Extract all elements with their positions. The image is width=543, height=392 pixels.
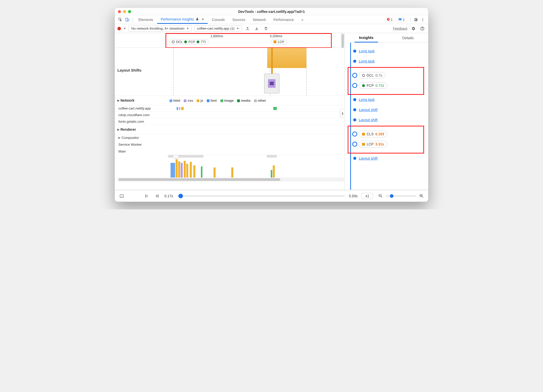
inspect-icon[interactable] [117, 16, 123, 23]
network-row[interactable]: cdnjs.cloudflare.com [115, 112, 344, 118]
insight-fcp[interactable]: FCP 0.72s [349, 82, 426, 89]
shift-spike[interactable] [271, 48, 273, 76]
tab-performance-insights[interactable]: Performance insights ✕ [157, 15, 208, 24]
lcp-pill[interactable]: LCP 3.31s [359, 141, 387, 147]
fcp-label: FCP [189, 40, 195, 44]
insights-timeline[interactable]: Long task Long task DCL 0.7s [345, 43, 428, 190]
help-icon[interactable] [419, 25, 426, 32]
layout-shift-link[interactable]: Layout shift [359, 108, 378, 112]
layout-shift-link[interactable]: Layout shift [359, 156, 378, 160]
kebab-icon[interactable] [420, 16, 426, 23]
marker-line [173, 48, 174, 96]
insight-dcl[interactable]: DCL 0.7s [349, 72, 426, 79]
tab-network[interactable]: Network [249, 15, 269, 24]
timeline-marker-icon [352, 142, 357, 147]
playback-slider[interactable] [177, 195, 345, 197]
error-icon [387, 18, 390, 22]
layout-shifts-label: Layout Shifts [117, 68, 141, 72]
zoom-controls [377, 193, 425, 199]
lcp-value: 3.31s [375, 142, 384, 146]
slider-knob-icon[interactable] [178, 194, 183, 198]
compositor-row[interactable]: ▶ Compositor [115, 134, 344, 141]
shift-thumbnail[interactable] [264, 74, 279, 93]
insight-long-task[interactable]: Long task [349, 57, 426, 65]
service-worker-row[interactable]: Service Worker [115, 141, 344, 148]
main-label: Main [118, 149, 126, 153]
tab-performance[interactable]: Performance [270, 15, 297, 24]
insight-layout-shift[interactable]: Layout shift [349, 116, 426, 124]
throttling-select[interactable]: No network throttling, 4× slowdown ▼ [129, 25, 192, 32]
long-task-link[interactable]: Long task [359, 49, 375, 53]
error-badge[interactable]: 1 [385, 17, 395, 22]
info-badge[interactable]: 1 [396, 17, 407, 22]
device-toolbar-icon[interactable] [124, 16, 131, 23]
overflow-indicator[interactable]: ... [173, 155, 179, 159]
fcp-icon [362, 84, 365, 87]
cls-pill[interactable]: CLS 0.193 [359, 131, 387, 137]
error-count: 1 [391, 18, 393, 21]
playback-speed[interactable]: x1 [362, 193, 373, 199]
expand-right-pane-icon[interactable]: ❯ [340, 109, 345, 118]
record-menu[interactable]: ▼ [123, 27, 126, 30]
pill-dcl-fcp-tti[interactable]: DCL FCP TTI [169, 39, 209, 45]
insight-long-task[interactable]: Long task [349, 96, 426, 103]
insight-layout-shift[interactable]: Layout shift [349, 155, 426, 162]
renderer-label: Renderer [120, 127, 136, 132]
screenshot-icon[interactable] [118, 193, 125, 199]
renderer-track-header[interactable]: ▶ Renderer [115, 125, 344, 134]
upload-icon[interactable] [244, 25, 251, 32]
layout-shifts-track[interactable]: Layout Shifts [115, 48, 344, 96]
long-task-link[interactable]: Long task [359, 59, 375, 63]
tab-console[interactable]: Console [208, 15, 228, 24]
timeline-ruler[interactable]: 1,600ms 3,200ms DCL FCP TTI LCP [115, 33, 344, 48]
divider [133, 17, 133, 22]
svg-line-20 [422, 197, 423, 198]
close-icon[interactable] [118, 10, 121, 13]
zoom-in-icon[interactable] [418, 193, 425, 199]
recording-select[interactable]: coffee-cart.netlify.app (1) ▼ [194, 25, 242, 32]
tab-elements[interactable]: Elements [135, 15, 157, 24]
main-flame-chart[interactable]: ... [165, 155, 344, 178]
dcl-label: DCL [367, 73, 374, 77]
insight-long-task[interactable]: Long task [349, 47, 426, 55]
fcp-pill[interactable]: FCP 0.72s [359, 82, 387, 89]
insight-cls[interactable]: CLS 0.193 [349, 130, 426, 138]
zoom-slider[interactable] [386, 195, 416, 197]
network-track-header[interactable]: ▶ Network html css js font image media o… [115, 96, 344, 105]
svg-point-11 [422, 29, 423, 30]
settings-icon[interactable] [412, 16, 419, 23]
delete-icon[interactable] [263, 25, 269, 32]
insight-lcp[interactable]: LCP 3.31s [349, 140, 426, 148]
main-row[interactable]: Main [115, 148, 344, 155]
tab-sources[interactable]: Sources [229, 15, 249, 24]
long-task-link[interactable]: Long task [359, 98, 375, 102]
pill-lcp[interactable]: LCP [271, 39, 287, 45]
network-row[interactable]: coffee-cart.netlify.app [115, 105, 344, 112]
feedback-link[interactable]: Feedback [393, 27, 407, 30]
download-icon[interactable] [254, 25, 260, 32]
layout-shift-link[interactable]: Layout shift [359, 118, 378, 122]
host-label: cdnjs.cloudflare.com [118, 113, 169, 117]
horizontal-scrollbar[interactable] [117, 178, 344, 182]
tab-details[interactable]: Details [398, 33, 418, 43]
network-row[interactable]: fonts.gstatic.com [115, 118, 344, 125]
slider-knob-icon[interactable] [390, 194, 393, 198]
timeline-pane[interactable]: 1,600ms 3,200ms DCL FCP TTI LCP [115, 33, 345, 190]
skip-back-icon[interactable] [154, 193, 160, 199]
close-tab-icon[interactable]: ✕ [201, 17, 204, 21]
insight-layout-shift[interactable]: Layout shift [349, 106, 426, 114]
panel-settings-icon[interactable] [410, 25, 416, 32]
fcp-label: FCP [367, 83, 374, 88]
maximize-icon[interactable] [128, 10, 131, 13]
shift-block[interactable] [267, 48, 306, 68]
timeline-dot-icon [353, 50, 356, 53]
record-icon[interactable] [117, 27, 121, 30]
tabs-overflow[interactable]: » [298, 15, 307, 24]
info-icon [399, 18, 402, 22]
dcl-pill[interactable]: DCL 0.7s [359, 72, 385, 79]
play-icon[interactable] [143, 193, 150, 199]
host-label: fonts.gstatic.com [118, 120, 169, 123]
tab-insights[interactable]: Insights [354, 33, 378, 42]
zoom-out-icon[interactable] [377, 193, 384, 199]
minimize-icon[interactable] [123, 10, 126, 13]
